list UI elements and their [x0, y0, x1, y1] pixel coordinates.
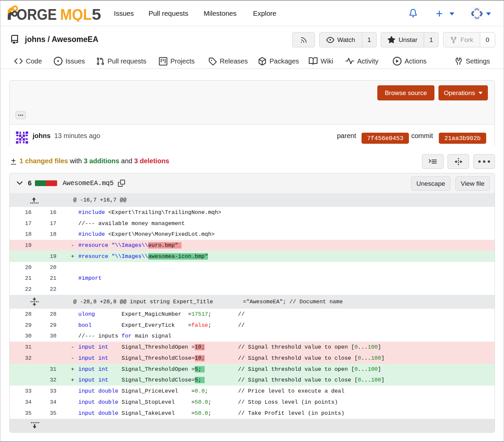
- svg-text:ORGE: ORGE: [16, 5, 57, 21]
- svg-text:MQL: MQL: [60, 5, 92, 21]
- svg-text:5: 5: [92, 5, 101, 21]
